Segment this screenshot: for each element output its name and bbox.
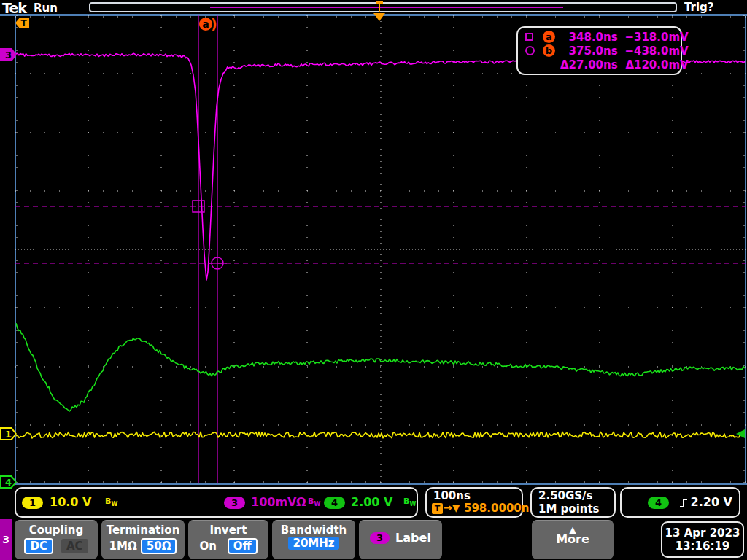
channel-4-bandwidth-icon: BW	[403, 497, 416, 508]
channel-1-marker-label: 1	[5, 429, 12, 440]
record-length: 1M points	[538, 502, 600, 516]
cursor-a-value: −318.0mV	[618, 31, 689, 44]
channel-1-scale: 10.0 V	[50, 495, 91, 509]
coupling-options: DC AC	[15, 537, 98, 559]
acquisition-status: Run	[34, 1, 58, 15]
label-channel-badge: 3	[370, 532, 390, 544]
label-title: Label	[395, 531, 431, 545]
record-view-bar[interactable]	[89, 2, 677, 12]
cursor-b-label-badge: b	[543, 44, 555, 57]
waveform-ch3	[16, 53, 745, 280]
more-button[interactable]: ▲ More	[532, 520, 614, 559]
invert-options: On Off	[188, 537, 268, 559]
termination-options: 1MΩ 50Ω	[101, 537, 185, 559]
cursor-b-time: 375.0ns	[560, 44, 618, 58]
invert-title: Invert	[210, 524, 247, 537]
cursor-delta-time: Δ27.00ns	[560, 58, 618, 71]
cursor-a-label-badge: a	[543, 31, 555, 43]
channel-1-badge[interactable]: 1	[22, 497, 43, 509]
invert-on-option[interactable]: On	[199, 540, 216, 553]
waveform-ch1	[16, 432, 745, 438]
datetime-display: 13 Apr 2023 13:16:19	[661, 521, 744, 558]
channel-3-marker-label: 3	[5, 50, 12, 61]
invert-button[interactable]: Invert On Off	[188, 520, 268, 559]
termination-button[interactable]: Termination 1MΩ 50Ω	[101, 520, 185, 559]
more-title: More	[556, 534, 589, 545]
coupling-title: Coupling	[29, 524, 83, 537]
menu-channel-tab[interactable]: 3	[0, 519, 12, 560]
cursor-a-paren-icon: )	[211, 16, 217, 32]
trigger-time-marker-icon[interactable]	[374, 13, 385, 21]
channel-4-marker-label: 4	[5, 477, 12, 488]
timebase-scale: 100ns	[433, 489, 471, 502]
channel-3-impedance: Ω	[296, 495, 306, 509]
acquisition-readout: 2.50GS/s 1M points	[530, 487, 616, 518]
waveform-display[interactable]	[15, 15, 746, 483]
cursor-a-time: 348.0ns	[560, 31, 618, 44]
channel-3-badge[interactable]: 3	[224, 497, 245, 509]
channel-1-bandwidth-icon: BW	[105, 497, 117, 508]
trigger-delay: 598.0000ns	[464, 502, 535, 515]
cursor-a-square-icon	[525, 33, 533, 41]
termination-1m-option[interactable]: 1MΩ	[109, 540, 137, 553]
channel-3-scale: 100mV	[251, 495, 296, 509]
channel-3-bandwidth-icon: BW	[308, 497, 320, 508]
cursor-a-flag[interactable]: a )	[199, 16, 217, 32]
coupling-button[interactable]: Coupling DC AC	[15, 520, 98, 559]
cursor-b-value: −438.0mV	[618, 44, 689, 58]
label-button[interactable]: 3 Label	[359, 520, 442, 559]
time-text: 13:16:19	[676, 540, 730, 553]
trigger-t-badge: T	[432, 503, 443, 514]
trigger-level: 2.20 V	[691, 495, 732, 509]
timebase-readout: 100ns T →▼ 598.0000ns	[425, 487, 523, 518]
invert-off-option[interactable]: Off	[228, 538, 258, 554]
bandwidth-value[interactable]: 20MHz	[288, 537, 338, 550]
cursor-delta-value: Δ120.0mV	[618, 58, 689, 71]
cursor-readout-panel: a 348.0ns −318.0mV b 375.0ns −438.0mV Δ2…	[516, 26, 682, 75]
termination-50-option[interactable]: 50Ω	[141, 538, 177, 554]
sample-rate: 2.50GS/s	[538, 489, 593, 502]
coupling-ac-option[interactable]: AC	[61, 539, 88, 553]
rising-edge-icon	[678, 497, 690, 509]
oscilloscope-screen: Tek Run Trig? T 3 1 4 a ) a 348.0ns −318…	[0, 0, 747, 560]
date-text: 13 Apr 2023	[665, 526, 740, 540]
record-view-waveform	[210, 7, 563, 8]
bandwidth-title: Bandwidth	[281, 524, 347, 537]
channel-4-badge[interactable]: 4	[324, 497, 345, 509]
delay-arrow-icon: →▼	[444, 502, 460, 513]
trigger-source-badge[interactable]: 4	[648, 497, 669, 509]
termination-title: Termination	[107, 524, 180, 537]
bandwidth-button[interactable]: Bandwidth 20MHz	[272, 520, 355, 559]
trigger-readout: 4 2.20 V	[620, 487, 740, 518]
channel-4-scale: 2.00 V	[351, 495, 392, 509]
cursor-b-circle-icon	[525, 46, 535, 55]
bandwidth-value-row: 20MHz	[272, 537, 355, 559]
trigger-level-arrow-icon[interactable]	[736, 429, 745, 438]
trigger-position-cap	[376, 1, 383, 4]
trigger-status: Trig?	[684, 1, 714, 14]
channel-scale-readout: 1 10.0 V BW 3 100mV Ω BW 4 2.00 V BW	[15, 487, 418, 518]
coupling-dc-option[interactable]: DC	[24, 538, 53, 554]
label-row: 3 Label	[359, 521, 442, 559]
